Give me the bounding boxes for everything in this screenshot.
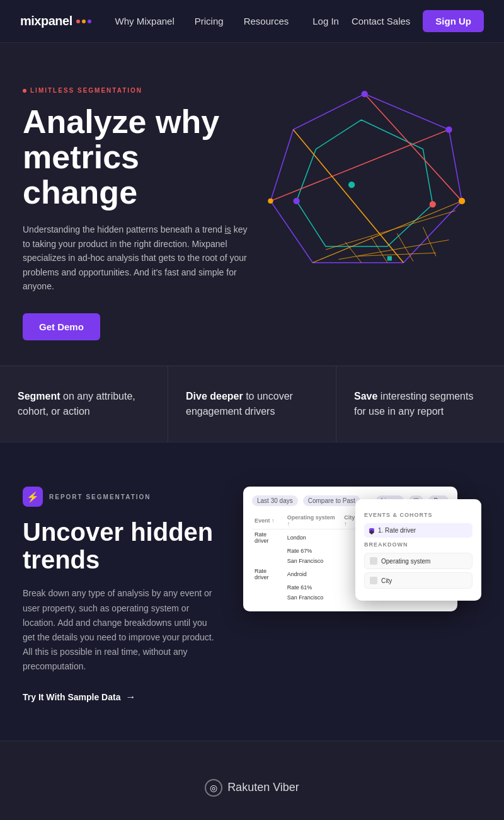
- compare-pill: Compare to Past: [303, 495, 360, 506]
- svg-point-15: [459, 198, 465, 204]
- hero-title: Analyze why metrics change: [23, 104, 249, 210]
- feature-segment: Segment on any attribute, cohort, or act…: [0, 366, 168, 442]
- svg-rect-22: [387, 256, 392, 260]
- cell-os: Rate 61%: [285, 582, 342, 592]
- svg-line-2: [365, 94, 462, 201]
- date-pill: Last 30 days: [252, 495, 298, 506]
- cell-os: London: [285, 529, 342, 546]
- feature-dive-bold: Dive deeper: [186, 391, 243, 401]
- rakuten-icon: ◎: [205, 779, 222, 797]
- svg-point-14: [445, 127, 452, 133]
- feature-dive: Dive deeper to uncover engagement driver…: [168, 366, 336, 442]
- cell-event: [252, 592, 285, 603]
- try-sample-label: Try It With Sample Data: [23, 692, 120, 702]
- svg-line-8: [358, 253, 436, 256]
- try-arrow-icon: →: [125, 691, 135, 703]
- breakdown-city-icon: [370, 577, 377, 584]
- report-side-card: EVENTS & COHORTS ◆ 1. Rate driver BREAKD…: [355, 499, 481, 601]
- breakdown-city-label: City: [381, 577, 392, 584]
- svg-point-16: [268, 199, 273, 204]
- section-badge-text: REPORT SEGMENTATION: [49, 494, 151, 500]
- event-dot: ◆: [369, 528, 374, 533]
- events-cohorts-label: EVENTS & COHORTS: [364, 512, 472, 518]
- cell-os: San Francisco: [285, 592, 342, 603]
- breakdown-os-icon: [370, 557, 377, 565]
- svg-point-13: [362, 91, 368, 97]
- breakdown-city[interactable]: City: [364, 572, 472, 589]
- svg-line-3: [270, 130, 449, 201]
- svg-line-12: [423, 227, 436, 256]
- navigation: mixpanel Why Mixpanel Pricing Resources …: [0, 0, 504, 43]
- testimonial-quote: "There's a lot of cultural difference in…: [57, 817, 447, 820]
- contact-sales-link[interactable]: Contact Sales: [352, 16, 410, 26]
- cell-event: Rate driver: [252, 566, 285, 582]
- cell-event: [252, 546, 285, 556]
- cell-event: [252, 556, 285, 566]
- nav-why-mixpanel[interactable]: Why Mixpanel: [115, 16, 175, 26]
- report-left-content: ⚡ REPORT SEGMENTATION Uncover hidden tre…: [23, 487, 218, 703]
- svg-line-5: [312, 201, 462, 263]
- rakuten-name: Rakuten Viber: [227, 781, 299, 794]
- rakuten-logo: ◎ Rakuten Viber: [50, 779, 454, 797]
- event-item[interactable]: ◆ 1. Rate driver: [364, 523, 472, 538]
- logo[interactable]: mixpanel: [20, 14, 91, 28]
- nav-actions: Log In Contact Sales Sign Up: [312, 10, 484, 32]
- logo-text: mixpanel: [20, 14, 72, 28]
- report-section-title: Uncover hidden trends: [23, 518, 218, 574]
- section-badge: ⚡ REPORT SEGMENTATION: [23, 487, 218, 507]
- hero-description: Understanding the hidden patterns beneat…: [23, 222, 249, 293]
- svg-point-18: [348, 182, 355, 188]
- nav-links: Why Mixpanel Pricing Resources: [115, 16, 289, 26]
- nav-resources[interactable]: Resources: [244, 16, 289, 26]
- cell-event: [252, 582, 285, 592]
- svg-line-7: [339, 240, 449, 260]
- svg-point-19: [293, 198, 299, 204]
- hero-section: LIMITLESS SEGMENTATION Analyze why metri…: [0, 43, 504, 366]
- testimonial-section: ◎ Rakuten Viber "There's a lot of cultur…: [0, 741, 504, 820]
- nav-pricing[interactable]: Pricing: [195, 16, 224, 26]
- feature-save: Save interesting segments for use in any…: [336, 366, 504, 442]
- report-section-description: Break down any type of analysis by any e…: [23, 586, 218, 674]
- report-section: ⚡ REPORT SEGMENTATION Uncover hidden tre…: [0, 442, 504, 741]
- svg-marker-1: [297, 120, 433, 246]
- hero-content: LIMITLESS SEGMENTATION Analyze why metri…: [23, 81, 249, 340]
- breakdown-os[interactable]: Operating system: [364, 553, 472, 569]
- signup-button[interactable]: Sign Up: [423, 10, 484, 32]
- try-sample-link[interactable]: Try It With Sample Data →: [23, 691, 218, 703]
- feature-segment-bold: Segment: [18, 391, 60, 401]
- logo-dots: [76, 20, 91, 23]
- svg-point-17: [430, 201, 436, 207]
- event-item-label: 1. Rate driver: [378, 527, 416, 534]
- section-badge-icon: ⚡: [23, 487, 43, 507]
- feature-save-bold: Save: [354, 391, 377, 401]
- cell-event: Rate driver: [252, 529, 285, 546]
- col-os: Operating system ↑: [285, 512, 342, 529]
- login-link[interactable]: Log In: [312, 16, 339, 26]
- get-demo-button[interactable]: Get Demo: [23, 313, 100, 340]
- cell-os: Android: [285, 566, 342, 582]
- hero-badge: LIMITLESS SEGMENTATION: [23, 87, 249, 94]
- features-bar: Segment on any attribute, cohort, or act…: [0, 366, 504, 442]
- hero-badge-text: LIMITLESS SEGMENTATION: [30, 87, 142, 94]
- svg-line-9: [345, 242, 362, 263]
- cell-os: Rate 67%: [285, 546, 342, 556]
- breakdown-os-label: Operating system: [381, 558, 430, 565]
- badge-dot: [23, 89, 26, 93]
- breakdown-label: BREAKDOWN: [364, 541, 472, 548]
- report-graphic: Last 30 days Compare to Past Linear ||| …: [243, 487, 481, 650]
- hero-graphic: [261, 81, 481, 282]
- col-event: Event ↑: [252, 512, 285, 529]
- cell-os: San Francisco: [285, 556, 342, 566]
